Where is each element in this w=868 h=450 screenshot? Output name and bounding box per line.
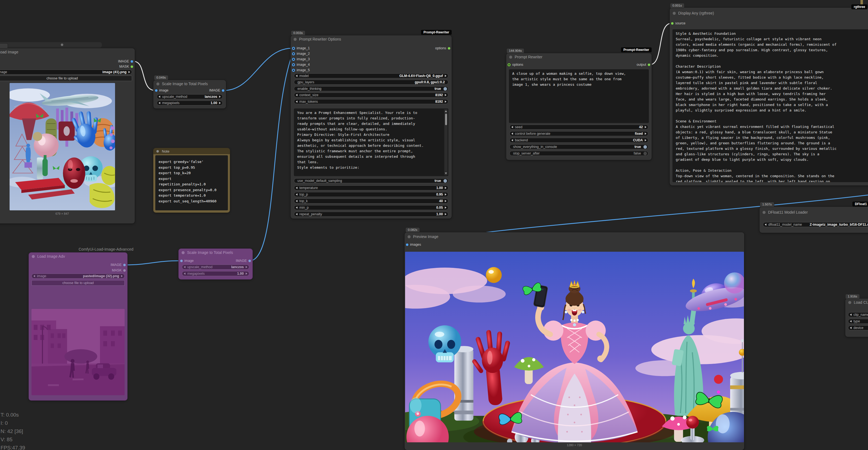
- decrement-arrow-icon[interactable]: [512, 139, 513, 141]
- collapse-dot-icon[interactable]: [848, 301, 851, 304]
- collapse-dot-icon[interactable]: [32, 255, 35, 258]
- dfloat11-model-name-widget[interactable]: dfloat11_model_name Z-image\z_image_turb…: [763, 222, 868, 227]
- show-everything-in-console-toggle[interactable]: show_everything_in_console true: [509, 144, 648, 149]
- decrement-arrow-icon[interactable]: [159, 96, 160, 98]
- clip-device-widget[interactable]: device: [848, 325, 868, 330]
- decrement-arrow-icon[interactable]: [296, 213, 298, 215]
- decrement-arrow-icon[interactable]: [296, 200, 298, 202]
- node-note[interactable]: Note export greedy='false' export top_p=…: [153, 148, 230, 213]
- decrement-arrow-icon[interactable]: [296, 75, 298, 77]
- gpu-layers-widget[interactable]: gpu_layers gpu0:0.8, gpu1:0.2: [294, 80, 448, 85]
- collapse-dot-icon[interactable]: [673, 12, 676, 15]
- increment-arrow-icon[interactable]: [246, 272, 247, 275]
- slot-dot-icon[interactable]: [180, 260, 183, 262]
- decrement-arrow-icon[interactable]: [850, 314, 851, 316]
- decrement-arrow-icon[interactable]: [33, 275, 35, 277]
- node-scale-image-bypassed[interactable]: Scale Image to Total Pixels image IMAGE …: [179, 249, 252, 279]
- output-slot-options[interactable]: options: [435, 46, 450, 51]
- slot-dot-icon[interactable]: [123, 269, 126, 272]
- increment-arrow-icon[interactable]: [445, 100, 446, 103]
- clip-name-widget[interactable]: clip_name: [848, 312, 868, 317]
- output-slot-image[interactable]: IMAGE: [118, 59, 133, 64]
- node-prompt-rewriter-options[interactable]: 0.003s Prompt-Rewriter Prompt Rewriter O…: [290, 35, 452, 219]
- repeat-penalty-widget[interactable]: repeat_penalty 1.00: [294, 212, 448, 217]
- collapse-dot-icon[interactable]: [156, 83, 159, 86]
- max-tokens-widget[interactable]: max_tokens 8192: [294, 99, 448, 104]
- collapse-dot-icon[interactable]: [763, 211, 766, 214]
- decrement-arrow-icon[interactable]: [159, 102, 160, 104]
- slot-dot-icon[interactable]: [671, 22, 674, 25]
- enable-thinking-toggle[interactable]: enable_thinking true: [294, 86, 448, 91]
- clip-type-widget[interactable]: type: [848, 319, 868, 324]
- node-prompt-rewriter[interactable]: 144.904s Prompt-Rewriter Prompt Rewriter…: [506, 53, 652, 160]
- decrement-arrow-icon[interactable]: [296, 94, 298, 96]
- decrement-arrow-icon[interactable]: [296, 193, 298, 196]
- slot-dot-icon[interactable]: [248, 260, 251, 262]
- increment-arrow-icon[interactable]: [445, 200, 446, 202]
- input-slot-image1[interactable]: image_1: [292, 46, 310, 51]
- output-slot-mask[interactable]: MASK: [112, 268, 126, 272]
- decrement-arrow-icon[interactable]: [512, 133, 513, 135]
- slot-dot-icon[interactable]: [155, 89, 157, 92]
- collapsed-node-bar[interactable]: s: [0, 42, 102, 47]
- output-slot-output[interactable]: output: [637, 62, 650, 67]
- increment-arrow-icon[interactable]: [128, 71, 130, 73]
- output-slot-mask[interactable]: MASK: [119, 64, 133, 69]
- increment-arrow-icon[interactable]: [445, 75, 446, 77]
- decrement-arrow-icon[interactable]: [184, 272, 185, 275]
- wire-loadimage-to-scale[interactable]: [134, 61, 155, 90]
- input-slot-image3[interactable]: image_3: [292, 57, 310, 61]
- increment-arrow-icon[interactable]: [219, 96, 221, 98]
- wire-loadadv-to-scalebypass[interactable]: [125, 261, 180, 265]
- input-slot-image[interactable]: image: [180, 259, 194, 263]
- user-prompt-textarea[interactable]: A close up of a woman making a selfie, t…: [509, 69, 649, 123]
- increment-arrow-icon[interactable]: [246, 266, 247, 268]
- collapse-dot-icon[interactable]: [509, 56, 512, 59]
- use-model-default-sampling-toggle[interactable]: use_model_default_sampling true: [294, 178, 448, 183]
- collapse-dot-icon[interactable]: [293, 38, 297, 41]
- group-title[interactable]: ComfyUi-Load-Image-Advanced: [79, 247, 133, 251]
- slot-dot-icon[interactable]: [292, 47, 295, 50]
- choose-file-button[interactable]: choose file to upload: [0, 75, 132, 81]
- increment-arrow-icon[interactable]: [445, 193, 446, 196]
- node-load-image[interactable]: Load Image IMAGE MASK image image (41).p…: [0, 48, 135, 224]
- slot-dot-icon[interactable]: [292, 69, 295, 72]
- scroll-down-icon[interactable]: [445, 172, 447, 174]
- slot-dot-icon[interactable]: [123, 264, 126, 266]
- input-slot-image2[interactable]: image_2: [292, 52, 310, 56]
- collapse-dot-icon[interactable]: [156, 150, 159, 153]
- control-before-generate-widget[interactable]: control before generate fixed: [509, 131, 648, 136]
- input-slot-options[interactable]: options: [507, 62, 523, 67]
- node-dfloat11-loader[interactable]: 1.507s DFloat1 DFloat11 Model Loader dfl…: [760, 207, 868, 233]
- collapsed-node-dot[interactable]: [61, 43, 63, 46]
- decrement-arrow-icon[interactable]: [765, 224, 766, 226]
- input-slot-image[interactable]: image: [155, 88, 168, 93]
- textarea-scrollbar[interactable]: [444, 109, 447, 175]
- backend-widget[interactable]: backend CUDA: [509, 138, 648, 143]
- temperature-widget[interactable]: temperature 1.00: [294, 186, 448, 190]
- increment-arrow-icon[interactable]: [445, 187, 446, 189]
- comfyui-canvas[interactable]: s Load Image IMAGE MASK image image (41)…: [0, 0, 868, 450]
- scrollbar-thumb[interactable]: [445, 114, 447, 125]
- wire-scale-to-image1[interactable]: [224, 48, 292, 90]
- collapse-dot-icon[interactable]: [408, 235, 410, 238]
- slot-dot-icon[interactable]: [131, 60, 133, 63]
- slot-dot-icon[interactable]: [448, 47, 450, 50]
- choose-file-button[interactable]: choose file to upload: [31, 280, 125, 286]
- scroll-up-icon[interactable]: [445, 110, 447, 112]
- slot-dot-icon[interactable]: [292, 63, 295, 66]
- node-display-any[interactable]: 0.001s rgthree Display Any (rgthree) sou…: [670, 8, 868, 186]
- system-prompt-textarea[interactable]: You are a Prompt Enhancement Specialist.…: [294, 108, 448, 176]
- image-combo-widget[interactable]: image image (41).png: [0, 70, 132, 74]
- model-widget[interactable]: model GLM-4.6V-Flash-Q8_0.gguf: [294, 73, 448, 78]
- slot-dot-icon[interactable]: [648, 64, 650, 66]
- toggle-knob-icon[interactable]: [443, 179, 447, 183]
- context-size-widget[interactable]: context_size 8192: [294, 93, 448, 97]
- output-slot-image[interactable]: IMAGE: [236, 259, 251, 263]
- slot-dot-icon[interactable]: [406, 244, 408, 246]
- megapixels-widget[interactable]: megapixels 1.00: [157, 100, 223, 105]
- increment-arrow-icon[interactable]: [645, 133, 646, 135]
- input-slot-images[interactable]: images: [406, 243, 421, 247]
- increment-arrow-icon[interactable]: [645, 139, 646, 141]
- increment-arrow-icon[interactable]: [121, 275, 123, 277]
